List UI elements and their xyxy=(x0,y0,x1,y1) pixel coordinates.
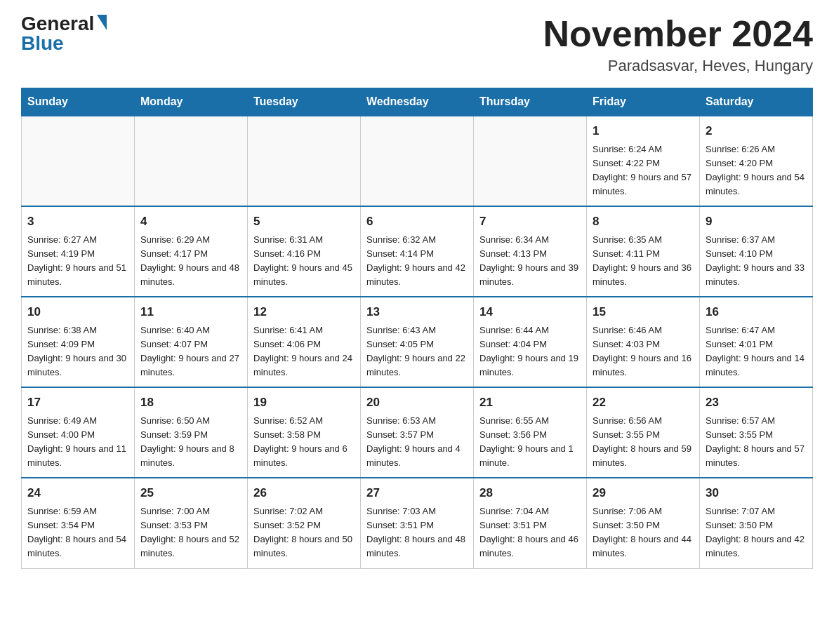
calendar-cell: 19Sunrise: 6:52 AM Sunset: 3:58 PM Dayli… xyxy=(248,387,361,478)
calendar-cell: 11Sunrise: 6:40 AM Sunset: 4:07 PM Dayli… xyxy=(135,297,248,387)
calendar-cell: 7Sunrise: 6:34 AM Sunset: 4:13 PM Daylig… xyxy=(474,206,587,297)
day-number: 30 xyxy=(706,484,807,502)
day-info: Sunrise: 7:07 AM Sunset: 3:50 PM Dayligh… xyxy=(706,506,805,558)
day-info: Sunrise: 6:59 AM Sunset: 3:54 PM Dayligh… xyxy=(27,506,126,558)
month-year-title: November 2024 xyxy=(543,14,813,54)
day-number: 2 xyxy=(706,122,807,140)
calendar-cell: 8Sunrise: 6:35 AM Sunset: 4:11 PM Daylig… xyxy=(587,206,700,297)
weekday-header-thursday: Thursday xyxy=(474,88,587,116)
day-info: Sunrise: 6:24 AM Sunset: 4:22 PM Dayligh… xyxy=(593,144,691,196)
day-number: 8 xyxy=(593,213,694,231)
calendar-cell: 2Sunrise: 6:26 AM Sunset: 4:20 PM Daylig… xyxy=(700,116,813,206)
calendar-cell: 6Sunrise: 6:32 AM Sunset: 4:14 PM Daylig… xyxy=(361,206,474,297)
day-number: 23 xyxy=(706,394,807,412)
day-number: 25 xyxy=(140,484,241,502)
calendar-cell: 3Sunrise: 6:27 AM Sunset: 4:19 PM Daylig… xyxy=(22,206,135,297)
day-number: 12 xyxy=(253,303,355,321)
weekday-header-saturday: Saturday xyxy=(700,88,813,116)
calendar-cell: 17Sunrise: 6:49 AM Sunset: 4:00 PM Dayli… xyxy=(22,387,135,478)
calendar-week-row: 1Sunrise: 6:24 AM Sunset: 4:22 PM Daylig… xyxy=(22,116,813,206)
logo-triangle-icon xyxy=(97,15,107,30)
day-info: Sunrise: 7:00 AM Sunset: 3:53 PM Dayligh… xyxy=(140,506,239,558)
weekday-header-monday: Monday xyxy=(135,88,248,116)
day-info: Sunrise: 6:49 AM Sunset: 4:00 PM Dayligh… xyxy=(27,415,126,468)
calendar-cell: 13Sunrise: 6:43 AM Sunset: 4:05 PM Dayli… xyxy=(361,297,474,387)
calendar-cell: 12Sunrise: 6:41 AM Sunset: 4:06 PM Dayli… xyxy=(248,297,361,387)
day-number: 19 xyxy=(253,394,355,412)
day-number: 10 xyxy=(27,303,128,321)
day-number: 3 xyxy=(27,213,128,231)
day-number: 11 xyxy=(140,303,241,321)
calendar-cell: 28Sunrise: 7:04 AM Sunset: 3:51 PM Dayli… xyxy=(474,478,587,568)
weekday-header-tuesday: Tuesday xyxy=(248,88,361,116)
calendar-header-row: SundayMondayTuesdayWednesdayThursdayFrid… xyxy=(22,88,813,116)
location-subtitle: Paradsasvar, Heves, Hungary xyxy=(543,57,813,75)
day-number: 4 xyxy=(140,213,241,231)
day-info: Sunrise: 6:53 AM Sunset: 3:57 PM Dayligh… xyxy=(366,415,461,468)
day-info: Sunrise: 6:46 AM Sunset: 4:03 PM Dayligh… xyxy=(593,325,691,377)
calendar-cell: 18Sunrise: 6:50 AM Sunset: 3:59 PM Dayli… xyxy=(135,387,248,478)
calendar-cell: 14Sunrise: 6:44 AM Sunset: 4:04 PM Dayli… xyxy=(474,297,587,387)
day-number: 5 xyxy=(253,213,355,231)
day-info: Sunrise: 6:32 AM Sunset: 4:14 PM Dayligh… xyxy=(366,234,465,287)
day-number: 28 xyxy=(479,484,581,502)
day-info: Sunrise: 6:43 AM Sunset: 4:05 PM Dayligh… xyxy=(366,325,465,377)
title-section: November 2024 Paradsasvar, Heves, Hungar… xyxy=(543,14,813,75)
calendar-cell xyxy=(22,116,135,206)
calendar-cell: 27Sunrise: 7:03 AM Sunset: 3:51 PM Dayli… xyxy=(361,478,474,568)
calendar-week-row: 24Sunrise: 6:59 AM Sunset: 3:54 PM Dayli… xyxy=(22,478,813,568)
day-info: Sunrise: 6:29 AM Sunset: 4:17 PM Dayligh… xyxy=(140,234,239,287)
day-number: 16 xyxy=(706,303,807,321)
calendar-cell xyxy=(361,116,474,206)
day-info: Sunrise: 6:38 AM Sunset: 4:09 PM Dayligh… xyxy=(27,325,126,377)
logo-general: General xyxy=(21,14,94,34)
day-info: Sunrise: 6:40 AM Sunset: 4:07 PM Dayligh… xyxy=(140,325,239,377)
calendar-cell: 30Sunrise: 7:07 AM Sunset: 3:50 PM Dayli… xyxy=(700,478,813,568)
day-info: Sunrise: 6:52 AM Sunset: 3:58 PM Dayligh… xyxy=(253,415,348,468)
logo-blue: Blue xyxy=(21,34,64,53)
calendar-week-row: 17Sunrise: 6:49 AM Sunset: 4:00 PM Dayli… xyxy=(22,387,813,478)
day-info: Sunrise: 6:50 AM Sunset: 3:59 PM Dayligh… xyxy=(140,415,234,468)
day-number: 24 xyxy=(27,484,128,502)
day-number: 22 xyxy=(593,394,694,412)
day-info: Sunrise: 6:34 AM Sunset: 4:13 PM Dayligh… xyxy=(479,234,578,287)
weekday-header-friday: Friday xyxy=(587,88,700,116)
calendar-cell: 10Sunrise: 6:38 AM Sunset: 4:09 PM Dayli… xyxy=(22,297,135,387)
day-number: 1 xyxy=(593,122,694,140)
day-number: 17 xyxy=(27,394,128,412)
day-number: 20 xyxy=(366,394,468,412)
calendar-cell xyxy=(248,116,361,206)
day-info: Sunrise: 6:31 AM Sunset: 4:16 PM Dayligh… xyxy=(253,234,352,287)
day-number: 29 xyxy=(593,484,694,502)
calendar-cell: 4Sunrise: 6:29 AM Sunset: 4:17 PM Daylig… xyxy=(135,206,248,297)
calendar-week-row: 10Sunrise: 6:38 AM Sunset: 4:09 PM Dayli… xyxy=(22,297,813,387)
day-number: 14 xyxy=(479,303,581,321)
logo: General Blue xyxy=(21,14,107,53)
day-number: 6 xyxy=(366,213,468,231)
page-header: General Blue November 2024 Paradsasvar, … xyxy=(21,14,813,75)
day-number: 27 xyxy=(366,484,468,502)
calendar-cell: 1Sunrise: 6:24 AM Sunset: 4:22 PM Daylig… xyxy=(587,116,700,206)
calendar-cell: 23Sunrise: 6:57 AM Sunset: 3:55 PM Dayli… xyxy=(700,387,813,478)
day-info: Sunrise: 6:26 AM Sunset: 4:20 PM Dayligh… xyxy=(706,144,805,196)
day-info: Sunrise: 7:02 AM Sunset: 3:52 PM Dayligh… xyxy=(253,506,352,558)
day-number: 9 xyxy=(706,213,807,231)
day-info: Sunrise: 7:06 AM Sunset: 3:50 PM Dayligh… xyxy=(593,506,691,558)
calendar-cell xyxy=(474,116,587,206)
calendar-cell: 9Sunrise: 6:37 AM Sunset: 4:10 PM Daylig… xyxy=(700,206,813,297)
calendar-cell: 20Sunrise: 6:53 AM Sunset: 3:57 PM Dayli… xyxy=(361,387,474,478)
day-info: Sunrise: 7:04 AM Sunset: 3:51 PM Dayligh… xyxy=(479,506,578,558)
calendar-table: SundayMondayTuesdayWednesdayThursdayFrid… xyxy=(21,88,813,568)
day-number: 26 xyxy=(253,484,355,502)
calendar-cell: 16Sunrise: 6:47 AM Sunset: 4:01 PM Dayli… xyxy=(700,297,813,387)
calendar-cell: 29Sunrise: 7:06 AM Sunset: 3:50 PM Dayli… xyxy=(587,478,700,568)
day-info: Sunrise: 6:56 AM Sunset: 3:55 PM Dayligh… xyxy=(593,415,691,468)
calendar-cell: 22Sunrise: 6:56 AM Sunset: 3:55 PM Dayli… xyxy=(587,387,700,478)
day-info: Sunrise: 6:47 AM Sunset: 4:01 PM Dayligh… xyxy=(706,325,805,377)
day-number: 21 xyxy=(479,394,581,412)
day-info: Sunrise: 6:57 AM Sunset: 3:55 PM Dayligh… xyxy=(706,415,805,468)
day-info: Sunrise: 6:37 AM Sunset: 4:10 PM Dayligh… xyxy=(706,234,805,287)
day-number: 7 xyxy=(479,213,581,231)
weekday-header-wednesday: Wednesday xyxy=(361,88,474,116)
calendar-cell: 5Sunrise: 6:31 AM Sunset: 4:16 PM Daylig… xyxy=(248,206,361,297)
